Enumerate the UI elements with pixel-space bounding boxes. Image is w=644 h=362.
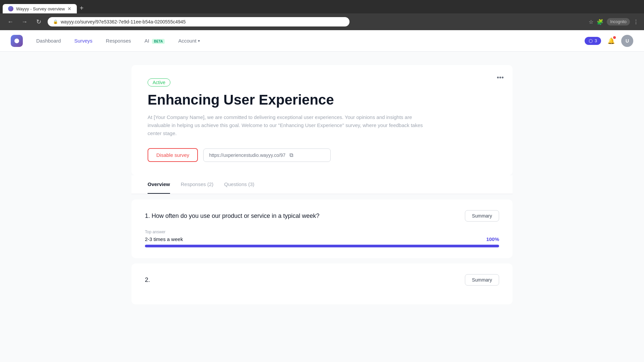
nav-account[interactable]: Account ▾ — [173, 35, 205, 46]
browser-toolbar: ← → ↻ 🔒 wayyy.co/survey/97e53362-7e9d-11… — [0, 13, 644, 30]
survey-header-card: ••• Active Enhancing User Experience At … — [131, 65, 513, 175]
summary-button-1[interactable]: Summary — [465, 210, 499, 222]
question-2-text: 2. — [145, 277, 150, 284]
status-badge: Active — [148, 78, 170, 86]
question-1-body: How often do you use our product or serv… — [152, 213, 319, 219]
tab-responses[interactable]: Responses (2) — [181, 175, 214, 194]
notifications-button[interactable]: 🔔 — [605, 35, 617, 47]
menu-icon[interactable]: ⋮ — [633, 19, 639, 25]
main-content: ••• Active Enhancing User Experience At … — [0, 52, 644, 362]
survey-description: At [Your Company Name], we are committed… — [148, 113, 433, 137]
nav-ai[interactable]: AI BETA — [139, 35, 170, 46]
tab-questions[interactable]: Questions (3) — [224, 175, 254, 194]
question-2-number: 2. — [145, 277, 150, 283]
tab-title: Wayyy - Survey overview — [16, 6, 65, 11]
nav-right: ⬡ 3 🔔 U — [585, 35, 633, 47]
disable-survey-button[interactable]: Disable survey — [148, 148, 198, 162]
summary-button-2[interactable]: Summary — [465, 274, 499, 286]
tab-overview[interactable]: Overview — [148, 175, 170, 194]
refresh-button[interactable]: ↻ — [34, 17, 44, 27]
user-avatar[interactable]: U — [621, 35, 633, 47]
copy-url-button[interactable]: ⧉ — [289, 152, 293, 158]
app-nav: Dashboard Surveys Responses AI BETA Acco… — [0, 30, 644, 52]
survey-actions: Disable survey https://uxperiencestudio.… — [148, 148, 496, 162]
question-2-header: 2. Summary — [145, 274, 499, 286]
nav-responses[interactable]: Responses — [101, 35, 137, 46]
account-chevron-down-icon: ▾ — [198, 39, 200, 43]
survey-url-field: https://uxperiencestudio.wayyy.co/97 ⧉ — [203, 148, 331, 162]
nav-dashboard[interactable]: Dashboard — [31, 35, 66, 46]
close-tab-button[interactable]: ✕ — [67, 6, 71, 11]
survey-url-text: https://uxperiencestudio.wayyy.co/97 — [209, 153, 285, 158]
questions-section: 1. How often do you use our product or s… — [131, 199, 513, 304]
new-tab-button[interactable]: + — [77, 4, 86, 12]
question-1-text: 1. How often do you use our product or s… — [145, 213, 319, 220]
app-logo[interactable] — [11, 35, 23, 47]
answer-row-1: 2-3 times a week 100% — [145, 236, 499, 242]
more-options-button[interactable]: ••• — [495, 72, 506, 83]
content-wrapper: ••• Active Enhancing User Experience At … — [121, 52, 523, 323]
progress-fill-1 — [145, 245, 499, 247]
bell-icon: 🔔 — [607, 37, 615, 45]
url-text: wayyy.co/survey/97e53362-7e9d-11ee-b54a-… — [61, 19, 186, 24]
tabs-section: Overview Responses (2) Questions (3) — [131, 175, 513, 194]
question-card-1: 1. How often do you use our product or s… — [131, 199, 513, 258]
toolbar-right: ☆ 🧩 Incognito ⋮ — [589, 18, 639, 25]
question-1-header: 1. How often do you use our product or s… — [145, 210, 499, 222]
incognito-label: Incognito — [610, 19, 627, 24]
tabs-bar: Overview Responses (2) Questions (3) — [148, 175, 496, 194]
app-container: Dashboard Surveys Responses AI BETA Acco… — [0, 30, 644, 362]
top-answer-label: Top answer — [145, 230, 499, 234]
bookmark-star-icon[interactable]: ☆ — [589, 19, 593, 25]
question-card-2: 2. Summary — [131, 263, 513, 304]
score-icon: ⬡ — [589, 38, 593, 44]
address-bar[interactable]: 🔒 wayyy.co/survey/97e53362-7e9d-11ee-b54… — [48, 17, 350, 26]
copy-icon: ⧉ — [289, 152, 293, 158]
browser-chrome: Wayyy - Survey overview ✕ + ← → ↻ 🔒 wayy… — [0, 0, 644, 30]
ai-beta-badge: BETA — [152, 39, 165, 44]
active-tab[interactable]: Wayyy - Survey overview ✕ — [3, 4, 77, 13]
extension-puzzle-icon[interactable]: 🧩 — [597, 19, 603, 25]
question-1-number: 1. — [145, 213, 150, 219]
browser-tabs: Wayyy - Survey overview ✕ + — [0, 0, 644, 13]
score-count: 3 — [595, 38, 597, 43]
score-badge[interactable]: ⬡ 3 — [585, 37, 601, 45]
answer-text-1: 2-3 times a week — [145, 236, 183, 242]
nav-surveys[interactable]: Surveys — [69, 35, 98, 46]
survey-title: Enhancing User Experience — [148, 92, 496, 108]
back-button[interactable]: ← — [5, 17, 15, 27]
logo-dot — [14, 39, 19, 43]
forward-button[interactable]: → — [19, 17, 30, 27]
incognito-badge: Incognito — [607, 18, 630, 25]
more-dots-icon: ••• — [497, 74, 504, 81]
progress-bar-1 — [145, 245, 499, 247]
answer-pct-1: 100% — [486, 236, 499, 242]
tab-favicon — [8, 6, 13, 11]
lock-icon: 🔒 — [53, 19, 58, 24]
